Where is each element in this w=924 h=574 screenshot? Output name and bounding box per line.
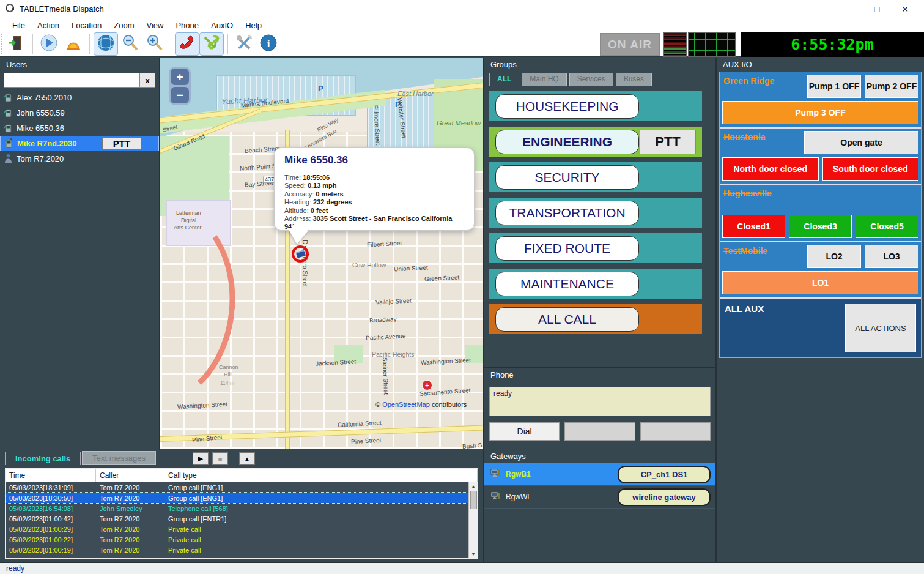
menu-file[interactable]: File (6, 20, 31, 31)
all-actions-button[interactable]: ALL ACTIONS (845, 304, 916, 352)
map-button[interactable] (94, 33, 117, 55)
user-info-popup: Mike 6550.36 Time:18:55:06Speed:0.13 mph… (274, 147, 475, 231)
clear-search-button[interactable]: x (139, 73, 155, 88)
gateway-name: RgwWL (506, 493, 531, 501)
tab-text-messages[interactable]: Text messages (82, 451, 156, 465)
openstreetmap-link[interactable]: OpenStreetMap (382, 401, 430, 408)
gateway-channel-button[interactable]: wireline gateway (618, 488, 711, 506)
group-call-button[interactable]: ALL CALL (495, 307, 639, 332)
users-list: Alex 7550.2010John 6550.59Mike 6550.36Mi… (0, 90, 159, 166)
call-row[interactable]: 05/02/2023[01:00:22]Tom R7.2020Private c… (6, 534, 478, 545)
scrollbar-thumb[interactable] (470, 491, 477, 509)
popup-field: Time:18:55:06 (284, 174, 465, 182)
menu-zoom[interactable]: Zoom (108, 20, 140, 31)
aux-button[interactable]: Closed5 (856, 215, 918, 238)
close-button[interactable]: ✕ (891, 0, 919, 18)
phone-button[interactable] (176, 33, 199, 55)
map-zoom-in-button[interactable]: + (171, 69, 189, 85)
alert-button[interactable] (62, 33, 85, 55)
group-ptt-button[interactable]: PTT (640, 130, 696, 154)
call-row[interactable]: 05/03/2023[18:31:09]Tom R7.2020Group cal… (6, 482, 478, 493)
app-window: TABLETmedia Dispatch – □ ✕ FileActionLoc… (0, 0, 924, 574)
aux-button[interactable]: North door closed (722, 157, 819, 181)
start-button[interactable] (37, 33, 61, 55)
user-row[interactable]: Tom R7.2020 (0, 151, 159, 166)
scroll-up-icon[interactable]: ▲ (471, 482, 476, 491)
group-call-button[interactable]: HOUSEKEEPING (495, 94, 639, 119)
window-title: TABLETmedia Dispatch (20, 4, 104, 13)
aux-button[interactable]: Closed1 (722, 215, 785, 238)
call-row[interactable]: 05/02/2023[01:00:19]Tom R7.2020Private c… (6, 545, 478, 555)
group-call-button[interactable]: FIXED ROUTE (495, 236, 639, 261)
phone-display[interactable]: ready (489, 387, 711, 416)
call-row[interactable]: 05/03/2023[18:30:50]Tom R7.2020Group cal… (6, 493, 478, 503)
call-row[interactable]: 05/02/2023[01:00:29]Tom R7.2020Private c… (6, 524, 478, 534)
aux-button[interactable]: Closed3 (789, 215, 852, 238)
tab-buses[interactable]: Buses (616, 73, 652, 86)
group-call-button[interactable]: MAINTENANCE (495, 272, 639, 296)
menu-help[interactable]: Help (239, 20, 268, 31)
blank-button[interactable] (640, 422, 711, 441)
minimize-button[interactable]: – (835, 0, 863, 18)
clock-display: 6:55:32pm (741, 32, 924, 57)
tab-incoming-calls[interactable]: Incoming calls (5, 452, 81, 465)
gateway-icon (490, 469, 501, 480)
settings-button[interactable] (232, 33, 256, 55)
map-zoom-out-button[interactable]: − (171, 87, 189, 103)
user-row[interactable]: Mike 6550.36 (0, 121, 159, 136)
menu-action[interactable]: Action (31, 20, 65, 31)
aux-button-row: LO1 (722, 271, 918, 294)
info-button[interactable]: i (257, 33, 280, 55)
call-row[interactable]: 05/03/2023[16:54:08]John SmedleyTelephon… (6, 503, 478, 513)
user-search-input[interactable] (4, 73, 139, 88)
up-button[interactable]: ▲ (239, 452, 255, 465)
map-view[interactable]: Yacht HarborEast HarborPPGreat MeadowMar… (160, 58, 483, 449)
group-call-button[interactable]: ENGINEERING (495, 130, 639, 154)
gateway-row[interactable]: RgwWLwireline gateway (484, 486, 715, 509)
user-name: John 6550.59 (17, 108, 65, 117)
play-button[interactable]: ▶ (193, 452, 209, 465)
map-attribution: © OpenStreetMap contributors (375, 401, 467, 408)
gateway-channel-button[interactable]: CP_ch1 DS1 (618, 466, 711, 483)
column-header[interactable]: Caller (96, 469, 164, 482)
group-call-button[interactable]: SECURITY (495, 165, 639, 190)
user-ptt-button[interactable]: PTT (102, 137, 141, 150)
aux-button[interactable]: LO1 (722, 271, 918, 294)
stop-button: ■ (212, 452, 228, 465)
user-location-marker[interactable] (292, 245, 309, 263)
aux-button[interactable]: Open gate (804, 131, 918, 154)
maximize-button[interactable]: □ (863, 0, 891, 18)
exit-button[interactable] (5, 33, 28, 55)
user-row[interactable]: Mike R7nd.2030PTT (0, 136, 159, 151)
dial-button[interactable]: Dial (489, 422, 560, 441)
tab-main-hq[interactable]: Main HQ (522, 73, 566, 86)
column-header[interactable]: Call type (164, 469, 478, 482)
patch-button[interactable] (200, 33, 223, 55)
status-bar: ready (0, 562, 924, 574)
blank-button[interactable] (564, 422, 635, 441)
group-call-button[interactable]: TRANSPORTATION (495, 201, 639, 225)
tab-all[interactable]: ALL (489, 73, 519, 86)
zoom-in-button[interactable] (143, 33, 166, 55)
call-row[interactable]: 05/02/2023[01:00:42]Tom R7.2020Group cal… (6, 513, 478, 524)
aux-button[interactable]: South door closed (822, 157, 919, 181)
aux-button[interactable]: Pump 2 OFF (865, 75, 918, 98)
tab-services[interactable]: Services (569, 73, 613, 86)
aux-button[interactable]: Pump 3 OFF (722, 101, 918, 124)
menu-location[interactable]: Location (65, 20, 108, 31)
scroll-down-icon[interactable]: ▼ (471, 550, 476, 558)
map-alta-plaza-park (334, 345, 363, 363)
calls-scrollbar[interactable]: ▲ ▼ (468, 482, 478, 558)
aux-button[interactable]: LO3 (865, 245, 918, 268)
menu-phone[interactable]: Phone (169, 20, 205, 31)
column-header[interactable]: Time (6, 469, 96, 482)
zoom-out-button[interactable] (119, 33, 142, 55)
user-row[interactable]: John 6550.59 (0, 105, 159, 121)
gateway-row[interactable]: RgwB1CP_ch1 DS1 (484, 463, 715, 486)
aux-button[interactable]: Pump 1 OFF (807, 75, 861, 98)
menu-view[interactable]: View (141, 20, 170, 31)
menu-auxio[interactable]: AuxIO (205, 20, 239, 31)
titlebar: TABLETmedia Dispatch – □ ✕ (0, 0, 924, 18)
user-row[interactable]: Alex 7550.2010 (0, 90, 159, 105)
aux-button[interactable]: LO2 (807, 245, 861, 268)
